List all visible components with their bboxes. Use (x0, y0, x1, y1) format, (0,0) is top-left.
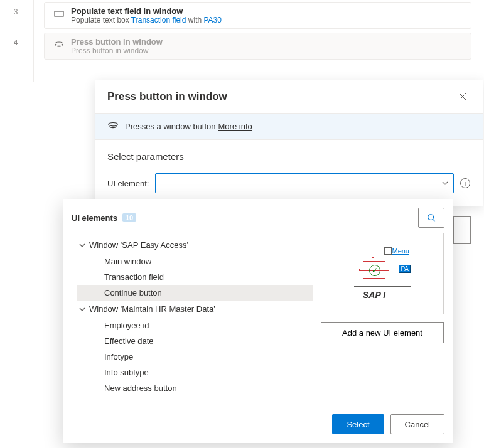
step-card-populate[interactable]: Populate text field in window Populate t… (44, 2, 471, 29)
select-button[interactable]: Select (332, 414, 384, 434)
tree-group-sap-easy-access[interactable]: Window 'SAP Easy Access' (77, 237, 313, 253)
tree-item-new-address-button[interactable]: New address button (77, 380, 313, 396)
picker-title: UI elements 10 (72, 213, 136, 223)
check-icon: ✓ (369, 265, 380, 276)
cancel-button[interactable]: Cancel (390, 414, 444, 434)
step-title: Populate text field in window (71, 6, 222, 16)
partial-button-edge (453, 216, 471, 244)
action-dialog: Press button in window Presses a window … (95, 80, 483, 206)
dialog-title: Press button in window (107, 90, 227, 103)
step-card-press-button[interactable]: Press button in window Press button in w… (44, 33, 471, 60)
ui-element-label: UI element: (107, 179, 149, 188)
step-number: 4 (0, 31, 31, 47)
info-icon[interactable]: i (460, 178, 470, 188)
svg-point-3 (428, 215, 434, 220)
tree-item-employee-id[interactable]: Employee id (77, 317, 313, 333)
tree-item-infotype[interactable]: Infotype (77, 349, 313, 365)
close-button[interactable] (454, 88, 471, 105)
search-button[interactable] (418, 208, 444, 228)
more-info-link[interactable]: More info (218, 122, 252, 131)
button-press-icon (107, 121, 119, 132)
preview-menu-label: Menu (392, 247, 409, 255)
transaction-field-link[interactable]: Transaction field (131, 16, 186, 24)
tree-item-continue-button[interactable]: Continue button (77, 285, 313, 301)
svg-point-1 (55, 42, 63, 45)
count-badge: 10 (122, 213, 136, 222)
button-press-icon (51, 37, 67, 49)
svg-point-2 (109, 123, 117, 126)
tree-item-effective-date[interactable]: Effective date (77, 333, 313, 349)
pa30-link[interactable]: PA30 (203, 16, 221, 24)
chevron-down-icon (79, 242, 85, 248)
preview-pa-label: PA (399, 265, 411, 273)
info-bar: Presses a window button More info (95, 113, 483, 140)
step-number: 3 (0, 0, 31, 16)
step-subtitle: Populate text box Transaction field with… (71, 16, 222, 24)
section-heading: Select parameters (107, 151, 470, 162)
step-subtitle: Press button in window (71, 46, 163, 55)
preview-sap-label: SAP I (363, 290, 385, 300)
chevron-down-icon (79, 306, 85, 312)
textbox-icon (51, 6, 67, 18)
info-text: Presses a window button (125, 122, 216, 131)
search-icon (427, 213, 436, 222)
ui-element-picker: UI elements 10 Window 'SAP Easy Access' … (63, 199, 453, 443)
tree-item-transaction-field[interactable]: Transaction field (77, 269, 313, 285)
svg-rect-0 (55, 11, 63, 16)
ui-element-combobox[interactable] (155, 173, 454, 193)
chevron-down-icon (442, 180, 448, 186)
document-icon (384, 247, 392, 255)
tree-item-info-subtype[interactable]: Info subtype (77, 365, 313, 380)
ui-tree: Window 'SAP Easy Access' Main window Tra… (72, 233, 313, 396)
step-title: Press button in window (71, 37, 163, 46)
tree-group-maintain-hr[interactable]: Window 'Maintain HR Master Data' (77, 301, 313, 317)
add-ui-element-button[interactable]: Add a new UI element (321, 322, 444, 343)
tree-item-main-window[interactable]: Main window (77, 253, 313, 269)
flow-steps: 3 Populate text field in window Populate… (0, 0, 484, 61)
preview-box: Menu ✓ PA SAP I (321, 233, 444, 314)
